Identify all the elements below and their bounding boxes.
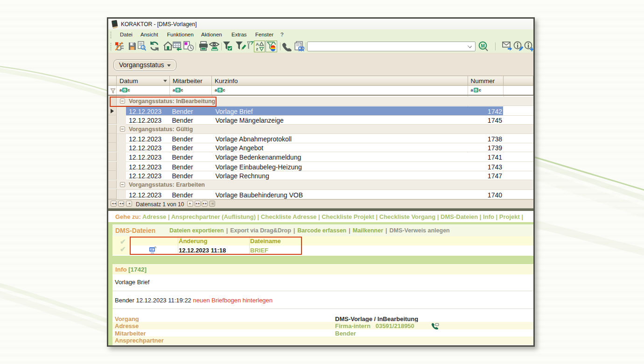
svg-text:M: M [481, 43, 485, 49]
svg-text:z: z [256, 46, 259, 51]
